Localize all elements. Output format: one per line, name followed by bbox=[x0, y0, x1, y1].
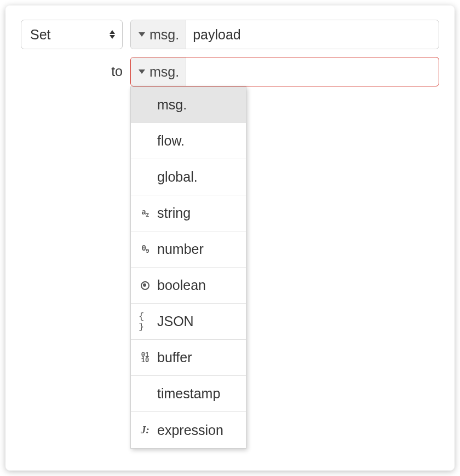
type-option-label: flow. bbox=[157, 133, 185, 149]
number-icon: 09 bbox=[139, 244, 152, 254]
action-select-wrap: Set bbox=[21, 20, 123, 49]
string-icon: az bbox=[139, 208, 152, 218]
type-option-number[interactable]: 09number bbox=[131, 231, 246, 268]
type-option-expression[interactable]: J:expression bbox=[131, 412, 246, 448]
buffer-icon: 0110 bbox=[139, 352, 152, 363]
type-option-label: msg. bbox=[157, 97, 187, 113]
type-option-label: string bbox=[157, 205, 191, 221]
type-option-timestamp[interactable]: timestamp bbox=[131, 376, 246, 412]
type-option-label: expression bbox=[157, 422, 223, 438]
type-option-label: buffer bbox=[157, 350, 192, 365]
type-option-global[interactable]: global. bbox=[131, 159, 246, 195]
value-input-group: msg. bbox=[130, 57, 439, 86]
expression-icon: J: bbox=[139, 424, 152, 436]
type-option-msg[interactable]: msg. bbox=[131, 87, 246, 123]
type-option-label: JSON bbox=[157, 314, 194, 329]
type-option-label: number bbox=[157, 241, 204, 257]
change-node-panel: Set msg. to msg. bbox=[5, 5, 455, 471]
row-1: Set msg. bbox=[21, 20, 439, 49]
type-option-label: boolean bbox=[157, 277, 206, 293]
value-input[interactable] bbox=[186, 57, 439, 86]
action-select-value: Set bbox=[30, 27, 51, 43]
type-option-string[interactable]: azstring bbox=[131, 195, 246, 231]
action-select[interactable]: Set bbox=[21, 20, 123, 49]
type-option-buffer[interactable]: 0110buffer bbox=[131, 340, 246, 376]
type-option-json[interactable]: { }JSON bbox=[131, 304, 246, 340]
json-icon: { } bbox=[139, 311, 152, 332]
type-option-label: global. bbox=[157, 169, 198, 185]
property-type-button[interactable]: msg. bbox=[131, 20, 186, 49]
type-option-label: timestamp bbox=[157, 386, 220, 402]
value-input-column: msg. msg.flow.global.azstring09numberboo… bbox=[130, 57, 439, 86]
type-option-flow[interactable]: flow. bbox=[131, 123, 246, 159]
property-type-label: msg. bbox=[150, 27, 180, 43]
to-label: to bbox=[21, 57, 123, 79]
value-type-button[interactable]: msg. bbox=[131, 57, 186, 86]
caret-down-icon bbox=[139, 32, 145, 37]
caret-down-icon bbox=[139, 69, 145, 74]
type-dropdown: msg.flow.global.azstring09numberboolean{… bbox=[130, 86, 246, 449]
property-name-input[interactable] bbox=[186, 20, 439, 49]
property-input-group: msg. bbox=[130, 20, 439, 49]
value-type-label: msg. bbox=[150, 64, 180, 80]
type-option-boolean[interactable]: boolean bbox=[131, 268, 246, 304]
boolean-icon bbox=[139, 281, 152, 290]
row-2: to msg. msg.flow.global.azstring09number… bbox=[21, 57, 439, 86]
